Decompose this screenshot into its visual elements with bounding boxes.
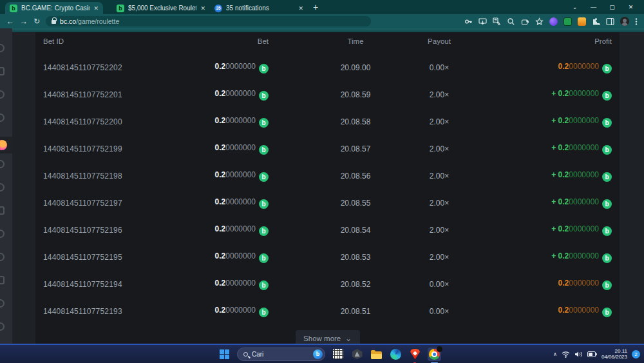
tab-roulette-promo[interactable]: b $5,000 Exclusive Roulette Prestig ✕	[112, 2, 210, 14]
back-icon[interactable]: ←	[6, 17, 14, 25]
address-bar[interactable]: bc.co/game/roulette	[46, 16, 371, 26]
time-cell: 20.08.51	[269, 307, 410, 316]
sidebar-menu-icon[interactable]	[0, 230, 5, 238]
minimize-button[interactable]: —	[584, 4, 603, 10]
table-header: Bet ID Bet Time Payout Profit	[43, 32, 612, 50]
bet-amount-cell: 0.20000000b	[204, 251, 269, 263]
extensions-puzzle-icon[interactable]	[592, 17, 600, 26]
bet-amount-cell: 0.20000000b	[204, 116, 269, 128]
brave-icon	[410, 349, 420, 360]
extension-green-icon[interactable]	[564, 17, 572, 26]
clock-time: 20.11	[601, 348, 627, 354]
tab-notifications[interactable]: 35 35 notifications ✕	[210, 2, 308, 14]
extension-purple-icon[interactable]	[549, 17, 558, 26]
bc-coin-icon: b	[602, 308, 612, 317]
bet-id-cell: 144081451107752199	[43, 144, 204, 153]
table-row[interactable]: 144081451107752194 0.20000000b 20.08.52 …	[43, 271, 612, 298]
profile-avatar[interactable]	[620, 17, 629, 26]
table-row[interactable]: 144081451107752202 0.20000000b 20.09.00 …	[43, 54, 612, 81]
close-button[interactable]: ✕	[621, 4, 640, 10]
sidebar-menu-icon[interactable]	[0, 160, 5, 168]
table-row[interactable]: 144081451107752198 0.20000000b 20.08.56 …	[43, 162, 612, 190]
bc-coin-icon: b	[259, 145, 269, 155]
table-row[interactable]: 144081451107752195 0.20000000b 20.08.53 …	[43, 244, 612, 271]
tab-title: 35 notifications	[226, 5, 294, 12]
col-header-bet-id: Bet ID	[43, 37, 204, 45]
sidebar-menu-icon[interactable]	[0, 183, 5, 191]
bc-coin-icon: b	[602, 118, 612, 128]
taskbar-clock[interactable]: 20.11 04/06/2023	[601, 348, 627, 360]
table-body: 144081451107752202 0.20000000b 20.09.00 …	[43, 54, 612, 325]
password-key-icon[interactable]	[464, 17, 473, 26]
bc-coin-icon: b	[259, 226, 269, 236]
profit-cell: 0.20000000b	[468, 279, 612, 290]
start-button[interactable]	[218, 348, 231, 361]
grid-app-icon	[333, 349, 343, 359]
table-row[interactable]: 144081451107752200 0.20000000b 20.08.58 …	[43, 108, 612, 135]
taskbar-file-explorer[interactable]	[370, 348, 383, 361]
sidebar-menu-icon[interactable]	[0, 253, 5, 261]
sidebar-menu-icon[interactable]	[0, 206, 5, 215]
sidebar-menu-icon[interactable]	[0, 113, 5, 122]
translate-icon[interactable]	[493, 17, 501, 26]
side-panel-icon[interactable]	[606, 17, 614, 26]
zoom-icon[interactable]	[507, 17, 515, 26]
tray-chevron-up-icon[interactable]: ∧	[553, 351, 557, 357]
sidebar-menu-icon[interactable]	[0, 322, 5, 331]
table-row[interactable]: 144081451107752196 0.20000000b 20.08.54 …	[43, 217, 612, 244]
wifi-icon[interactable]	[562, 351, 570, 358]
table-row[interactable]: 144081451107752201 0.20000000b 20.08.59 …	[43, 81, 612, 108]
forward-icon[interactable]: →	[20, 17, 28, 25]
page-content: Bet ID Bet Time Payout Profit 1440814511…	[0, 28, 644, 344]
table-row[interactable]: 144081451107752193 0.20000000b 20.08.51 …	[43, 298, 612, 325]
new-tab-button[interactable]: +	[313, 2, 318, 12]
table-row[interactable]: 144081451107752199 0.20000000b 20.08.57 …	[43, 135, 612, 162]
bookmark-star-icon[interactable]	[535, 17, 544, 26]
bet-id-cell: 144081451107752194	[43, 280, 204, 289]
sidebar-menu-icon[interactable]	[0, 276, 5, 284]
tab-search-icon[interactable]: ⌄	[565, 4, 584, 10]
bc-coin-icon: b	[602, 253, 612, 263]
table-row[interactable]: 144081451107752197 0.20000000b 20.08.55 …	[43, 190, 612, 217]
sidebar-menu-icon[interactable]	[0, 67, 5, 75]
menu-dots-icon[interactable]	[635, 17, 638, 26]
tab-title: BC.GAME: Crypto Casino Games	[21, 5, 90, 12]
reload-icon[interactable]: ↻	[33, 17, 40, 25]
bet-id-cell: 144081451107752198	[43, 172, 204, 181]
taskbar-edge[interactable]	[389, 348, 402, 361]
bc-coin-icon: b	[259, 118, 269, 128]
tab-bcgame[interactable]: b BC.GAME: Crypto Casino Games ✕	[5, 2, 103, 14]
tab-close-icon[interactable]: ✕	[298, 5, 303, 12]
bcgame-favicon-icon: b	[117, 5, 124, 12]
tab-close-icon[interactable]: ✕	[200, 5, 205, 12]
sidebar-active-game-icon[interactable]	[0, 137, 12, 153]
taskbar-unity-app[interactable]	[350, 348, 364, 361]
payout-cell: 2.00×	[410, 226, 468, 235]
battery-icon[interactable]	[587, 351, 597, 357]
bc-coin-icon: b	[602, 145, 612, 155]
bc-coin-icon: b	[602, 280, 612, 290]
show-more-label: Show more	[303, 335, 341, 342]
notification-count-badge[interactable]: 2	[632, 350, 640, 358]
sidebar-menu-icon[interactable]	[0, 90, 5, 99]
taskbar-grid-app[interactable]	[331, 348, 345, 361]
taskbar-brave[interactable]	[408, 348, 422, 361]
tab-close-icon[interactable]: ✕	[93, 5, 99, 12]
taskbar-search[interactable]: Cari b	[237, 348, 325, 361]
col-header-payout: Payout	[410, 37, 468, 45]
edge-icon	[390, 349, 401, 360]
sidebar-menu-icon[interactable]	[0, 44, 5, 52]
show-more-button[interactable]: Show more ⌄	[296, 330, 360, 344]
taskbar-chrome[interactable]	[428, 348, 441, 361]
extension-tampermonkey-icon[interactable]	[578, 17, 586, 26]
share-icon[interactable]	[521, 17, 529, 26]
maximize-button[interactable]: ▢	[603, 4, 621, 10]
col-header-profit: Profit	[468, 37, 612, 45]
unity-icon	[352, 349, 363, 359]
install-icon[interactable]	[478, 17, 487, 26]
volume-icon[interactable]	[574, 351, 583, 358]
payout-cell: 2.00×	[410, 199, 468, 208]
profit-cell: + 0.20000000b	[468, 143, 612, 155]
sidebar-menu-icon[interactable]	[0, 299, 5, 308]
notification-badge-icon: 35	[214, 5, 222, 12]
